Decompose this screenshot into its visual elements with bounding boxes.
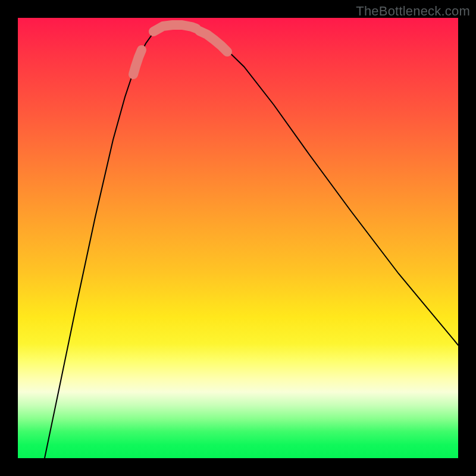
bottom-marker xyxy=(154,25,196,32)
outer-frame: TheBottleneck.com xyxy=(0,0,476,476)
highlight-markers xyxy=(133,25,227,74)
plot-area xyxy=(18,18,458,458)
right-marker xyxy=(199,31,227,52)
bottleneck-curve-svg xyxy=(18,18,458,458)
bottleneck-curve xyxy=(45,24,458,458)
watermark-text: TheBottleneck.com xyxy=(356,4,470,19)
left-marker xyxy=(133,50,142,74)
